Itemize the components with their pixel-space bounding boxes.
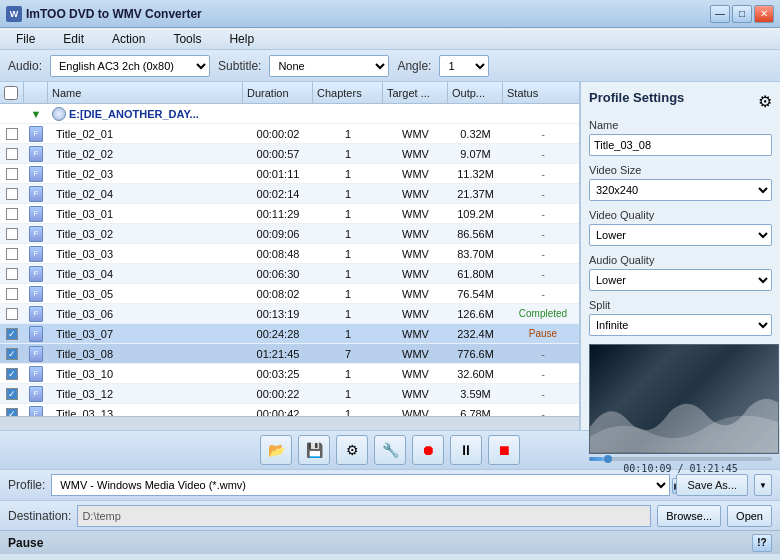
profile-select[interactable]: WMV - Windows Media Video (*.wmv) (51, 474, 670, 496)
tools-button[interactable]: 🔧 (374, 435, 406, 465)
row-name: Title_03_08 (48, 344, 243, 363)
subtitle-select[interactable]: None (269, 55, 389, 77)
row-checkbox[interactable] (6, 388, 18, 400)
table-row[interactable]: F Title_03_12 00:00:22 1 WMV 3.59M - (0, 384, 579, 404)
row-checkbox[interactable] (6, 308, 18, 320)
row-checkbox[interactable] (6, 168, 18, 180)
row-checkbox[interactable] (6, 268, 18, 280)
name-field-label: Name (589, 119, 772, 131)
table-row[interactable]: F Title_02_01 00:00:02 1 WMV 0.32M - (0, 124, 579, 144)
row-status: - (503, 344, 579, 363)
row-checkbox[interactable] (6, 228, 18, 240)
table-row[interactable]: F Title_03_13 00:00:42 1 WMV 6.78M - (0, 404, 579, 416)
row-target: WMV (383, 204, 448, 223)
row-checkbox[interactable] (6, 248, 18, 260)
save-as-button[interactable]: Save As... (676, 474, 748, 496)
open-button[interactable]: Open (727, 505, 772, 527)
row-target: WMV (383, 364, 448, 383)
row-icon: F (24, 224, 48, 243)
menu-edit[interactable]: Edit (55, 30, 92, 48)
row-checkbox[interactable] (6, 368, 18, 380)
name-field-group: Name (589, 119, 772, 156)
menu-action[interactable]: Action (104, 30, 153, 48)
th-status: Status (503, 82, 580, 103)
row-checkbox[interactable] (6, 188, 18, 200)
row-chapters: 1 (313, 364, 383, 383)
table-row[interactable]: F Title_03_01 00:11:29 1 WMV 109.2M - (0, 204, 579, 224)
row-target: WMV (383, 124, 448, 143)
table-row[interactable]: F Title_03_10 00:03:25 1 WMV 32.60M - (0, 364, 579, 384)
row-output: 9.07M (448, 144, 503, 163)
row-name: Title_02_04 (48, 184, 243, 203)
playback-progress[interactable] (589, 457, 772, 461)
table-row[interactable]: F Title_03_07 00:24:28 1 WMV 232.4M Paus… (0, 324, 579, 344)
video-size-label: Video Size (589, 164, 772, 176)
file-icon: F (29, 286, 43, 302)
help-button[interactable]: !? (752, 534, 772, 552)
row-output: 21.37M (448, 184, 503, 203)
video-size-select[interactable]: 320x240 (589, 179, 772, 201)
menu-file[interactable]: File (8, 30, 43, 48)
audio-quality-label: Audio Quality (589, 254, 772, 266)
table-row[interactable]: F Title_02_04 00:02:14 1 WMV 21.37M - (0, 184, 579, 204)
window-controls: — □ ✕ (710, 5, 774, 23)
row-checkbox[interactable] (6, 328, 18, 340)
horizontal-scrollbar[interactable] (0, 416, 579, 430)
audio-quality-field-group: Audio Quality Lower (589, 254, 772, 291)
pause-all-button[interactable]: ⏸ (450, 435, 482, 465)
name-field-input[interactable] (589, 134, 772, 156)
browse-button[interactable]: Browse... (657, 505, 721, 527)
row-checkbox[interactable] (6, 148, 18, 160)
row-icon: F (24, 364, 48, 383)
row-icon: F (24, 124, 48, 143)
close-button[interactable]: ✕ (754, 5, 774, 23)
th-name: Name (48, 82, 243, 103)
menu-help[interactable]: Help (221, 30, 262, 48)
row-chapters: 1 (313, 204, 383, 223)
row-checkbox[interactable] (6, 288, 18, 300)
row-checkbox-cell (0, 204, 24, 223)
split-select[interactable]: Infinite (589, 314, 772, 336)
progress-fill (589, 457, 604, 461)
table-row[interactable]: F Title_03_02 00:09:06 1 WMV 86.56M - (0, 224, 579, 244)
table-row[interactable]: F Title_03_06 00:13:19 1 WMV 126.6M Comp… (0, 304, 579, 324)
row-duration: 00:11:29 (243, 204, 313, 223)
video-quality-field-group: Video Quality Lower (589, 209, 772, 246)
settings-button[interactable]: ⚙ (336, 435, 368, 465)
angle-select[interactable]: 1 (439, 55, 489, 77)
row-output: 3.59M (448, 384, 503, 403)
row-checkbox[interactable] (6, 348, 18, 360)
open-files-button[interactable]: 📂 (260, 435, 292, 465)
row-chapters: 1 (313, 324, 383, 343)
record-button[interactable]: ⏺ (412, 435, 444, 465)
table-row[interactable]: F Title_02_03 00:01:11 1 WMV 11.32M - (0, 164, 579, 184)
row-checkbox[interactable] (6, 408, 18, 417)
table-row[interactable]: F Title_03_03 00:08:48 1 WMV 83.70M - (0, 244, 579, 264)
table-row[interactable]: ▼ E:[DIE_ANOTHER_DAY... (0, 104, 579, 124)
table-row[interactable]: F Title_03_08 01:21:45 7 WMV 776.6M - (0, 344, 579, 364)
table-row[interactable]: F Title_03_04 00:06:30 1 WMV 61.80M - (0, 264, 579, 284)
maximize-button[interactable]: □ (732, 5, 752, 23)
video-quality-select[interactable]: Lower (589, 224, 772, 246)
row-status: Completed (503, 304, 579, 323)
save-button[interactable]: 💾 (298, 435, 330, 465)
gear-icon[interactable]: ⚙ (758, 92, 772, 111)
menu-tools[interactable]: Tools (165, 30, 209, 48)
profile-dropdown-button[interactable]: ▼ (754, 474, 772, 496)
th-checkbox (0, 82, 24, 103)
table-row[interactable]: F Title_02_02 00:00:57 1 WMV 9.07M - (0, 144, 579, 164)
stop-all-button[interactable]: ⏹ (488, 435, 520, 465)
select-all-checkbox[interactable] (4, 86, 18, 100)
row-name: Title_03_12 (48, 384, 243, 403)
row-checkbox[interactable] (6, 208, 18, 220)
audio-select[interactable]: English AC3 2ch (0x80) (50, 55, 210, 77)
audio-quality-select[interactable]: Lower (589, 269, 772, 291)
minimize-button[interactable]: — (710, 5, 730, 23)
destination-input[interactable] (77, 505, 651, 527)
panel-header: Profile Settings ⚙ (589, 90, 772, 113)
row-checkbox[interactable] (6, 128, 18, 140)
row-chapters: 1 (313, 244, 383, 263)
row-output: 6.78M (448, 404, 503, 416)
table-row[interactable]: F Title_03_05 00:08:02 1 WMV 76.54M - (0, 284, 579, 304)
row-checkbox-cell (0, 244, 24, 263)
